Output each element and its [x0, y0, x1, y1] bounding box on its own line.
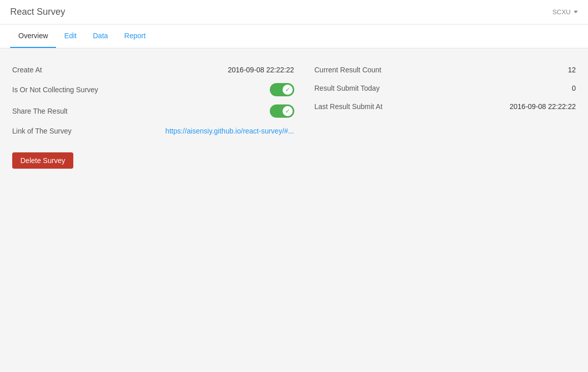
app-header: React Survey SCXU — [0, 0, 588, 24]
survey-link-row: Link of The Survey https://aisensiy.gith… — [12, 122, 294, 140]
tabs-bar: Overview Edit Data Report — [0, 24, 588, 48]
tab-overview[interactable]: Overview — [10, 24, 56, 48]
user-menu[interactable]: SCXU — [552, 8, 578, 16]
overview-content: Create At 2016-09-08 22:22:22 Is Or Not … — [0, 48, 588, 181]
result-count-row: Current Result Count 12 — [315, 61, 576, 79]
submit-today-value: 0 — [572, 84, 576, 92]
create-at-value: 2016-09-08 22:22:22 — [228, 66, 294, 74]
info-grid: Create At 2016-09-08 22:22:22 Is Or Not … — [12, 61, 576, 140]
share-result-row: Share The Result — [12, 100, 294, 122]
submit-today-row: Result Submit Today 0 — [315, 79, 576, 97]
tab-report[interactable]: Report — [116, 24, 154, 48]
last-submit-row: Last Result Submit At 2016-09-08 22:22:2… — [315, 97, 576, 116]
result-count-label: Current Result Count — [315, 66, 382, 74]
collecting-label: Is Or Not Collecting Survey — [12, 86, 98, 94]
username: SCXU — [552, 8, 571, 16]
collecting-slider — [270, 83, 294, 96]
create-at-label: Create At — [12, 66, 42, 74]
survey-link[interactable]: https://aisensiy.github.io/react-survey/… — [165, 127, 294, 135]
tab-edit[interactable]: Edit — [56, 24, 85, 48]
create-at-row: Create At 2016-09-08 22:22:22 — [12, 61, 294, 79]
result-count-value: 12 — [568, 66, 576, 74]
app-title: React Survey — [10, 7, 65, 17]
share-result-toggle[interactable] — [270, 104, 294, 118]
left-column: Create At 2016-09-08 22:22:22 Is Or Not … — [12, 61, 294, 140]
share-result-slider — [270, 104, 294, 118]
tab-data[interactable]: Data — [85, 24, 116, 48]
last-submit-label: Last Result Submit At — [315, 102, 383, 111]
chevron-down-icon — [574, 11, 578, 13]
collecting-toggle[interactable] — [270, 83, 294, 96]
right-column: Current Result Count 12 Result Submit To… — [294, 61, 576, 140]
submit-today-label: Result Submit Today — [315, 84, 380, 92]
share-result-label: Share The Result — [12, 107, 68, 115]
delete-survey-button[interactable]: Delete Survey — [12, 152, 73, 169]
collecting-row: Is Or Not Collecting Survey — [12, 79, 294, 100]
survey-link-label: Link of The Survey — [12, 127, 71, 135]
last-submit-value: 2016-09-08 22:22:22 — [510, 102, 576, 111]
